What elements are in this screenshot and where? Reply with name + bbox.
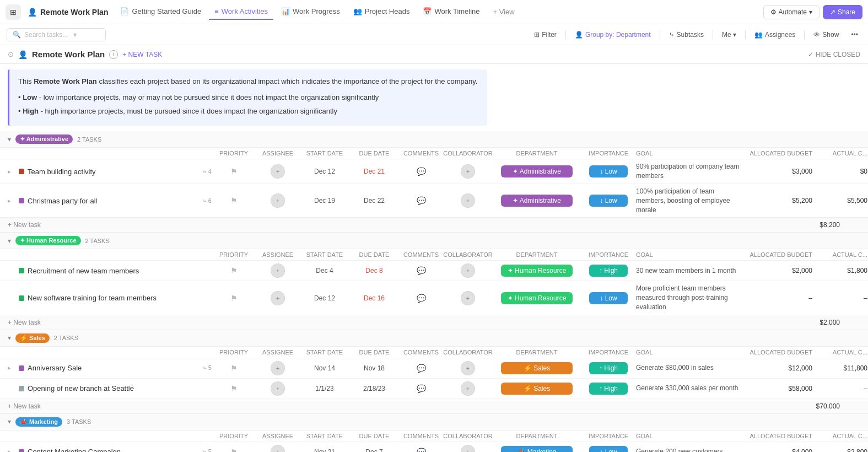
search-dropdown[interactable]: ▾ (73, 31, 77, 39)
task-comments-5[interactable]: 💬 (399, 364, 443, 373)
task-expand-7[interactable]: ▸ (8, 448, 15, 452)
group-toggle-sales[interactable] (8, 334, 11, 342)
group-administrative: ✦ Administrative 2 TASKS PRIORITY ASSIGN… (0, 131, 868, 233)
col-header-priority: PRIORITY (212, 150, 256, 157)
task-assignee-5[interactable]: + (256, 361, 300, 375)
toolbar-divider-5 (804, 30, 805, 39)
task-assignee-3[interactable]: + (256, 263, 300, 278)
col-header-start-marketing: START DATE (300, 433, 349, 439)
task-name-6[interactable]: Opening of new branch at Seattle (28, 384, 212, 392)
search-box[interactable]: 🔍 Search tasks... ▾ (7, 28, 106, 41)
me-button[interactable]: Me ▾ (719, 29, 740, 40)
share-button[interactable]: ↗ Share (823, 5, 862, 19)
task-collab-5[interactable]: + (443, 361, 493, 375)
task-dept-6: ⚡ Sales (493, 383, 581, 395)
task-name-4[interactable]: New software training for team members (28, 294, 212, 302)
col-header-goal: GOAL (636, 150, 746, 157)
group-toggle-marketing[interactable] (8, 418, 11, 426)
group-by-button[interactable]: 👤 Group by: Department (572, 29, 654, 40)
group-toggle-administrative[interactable] (8, 136, 11, 143)
automate-button[interactable]: ⚙ Automate ▾ (763, 5, 820, 19)
task-goal-6: Generate $30,000 sales per month (636, 384, 746, 393)
task-budget-4: – (746, 294, 812, 302)
new-task-button[interactable]: + NEW TASK (122, 51, 162, 58)
col-header-due-marketing: DUE DATE (349, 433, 399, 439)
app-logo[interactable]: ⊞ (6, 4, 21, 20)
task-subtask-2: ⤷ 6 (202, 197, 212, 205)
task-comments-6[interactable]: 💬 (399, 384, 443, 393)
task-assignee-6[interactable]: + (256, 381, 300, 396)
tab-work-timeline[interactable]: 📅 Work Timeline (417, 4, 485, 20)
table-row: ▸ Content Marketing Campaign ⤷ 5 ⚑ + Nov… (0, 442, 868, 452)
task-assignee-1[interactable]: + (256, 164, 300, 179)
col-headers-marketing: PRIORITY ASSIGNEE START DATE DUE DATE CO… (0, 431, 868, 442)
group-human-resource: ✦ Human Resource 2 TASKS PRIORITY ASSIGN… (0, 233, 868, 330)
assignees-button[interactable]: 👥 Assignees (751, 29, 799, 40)
add-view-button[interactable]: + View (488, 4, 520, 19)
task-priority-4[interactable]: ⚑ (212, 294, 256, 303)
task-start-7: Nov 21 (300, 448, 349, 452)
tab-work-progress[interactable]: 📊 Work Progress (276, 4, 346, 20)
task-comments-7[interactable]: 💬 (399, 448, 443, 452)
more-options-button[interactable]: ••• (848, 29, 861, 40)
task-priority-6[interactable]: ⚑ (212, 384, 256, 393)
task-priority-7[interactable]: ⚑ (212, 448, 256, 452)
task-collab-7[interactable]: + (443, 445, 493, 452)
new-task-hr[interactable]: + New task (8, 319, 212, 326)
subtasks-button[interactable]: ⤷ Subtasks (666, 29, 707, 40)
task-collab-1[interactable]: + (443, 164, 493, 179)
task-comments-4[interactable]: 💬 (399, 294, 443, 303)
task-assignee-7[interactable]: + (256, 445, 300, 452)
task-subtask-7: ⤷ 5 (202, 448, 212, 452)
show-button[interactable]: 👁 Show (810, 29, 842, 40)
task-expand-1[interactable]: ▸ (8, 168, 15, 175)
task-name-3[interactable]: Recruitment of new team members (28, 267, 212, 275)
task-priority-3[interactable]: ⚑ (212, 266, 256, 275)
avatar-4: + (271, 291, 285, 305)
task-assignee-2[interactable]: + (256, 193, 300, 208)
task-name-1[interactable]: Team building activity (28, 168, 198, 176)
task-collab-6[interactable]: + (443, 381, 493, 396)
new-task-sales[interactable]: + New task (8, 402, 212, 410)
task-dept-4: ✦ Human Resource (493, 292, 581, 304)
imp-badge-7: ↓ Low (589, 446, 628, 452)
task-color-3 (19, 268, 24, 273)
dept-badge-6: ⚡ Sales (501, 383, 573, 395)
tab-project-heads[interactable]: 👥 Project Heads (348, 4, 416, 20)
hide-closed-button[interactable]: ✓ HIDE CLOSED (808, 51, 860, 58)
tab-getting-started[interactable]: 📄 Getting Started Guide (115, 4, 207, 20)
priority-flag-5: ⚑ (230, 364, 238, 373)
project-description: This Remote Work Plan classifies each pr… (8, 69, 487, 126)
group-toggle-hr[interactable] (8, 237, 11, 245)
task-collab-3[interactable]: + (443, 263, 493, 278)
task-assignee-4[interactable]: + (256, 291, 300, 305)
project-info-icon[interactable]: i (109, 50, 118, 59)
task-start-6: 1/1/23 (300, 385, 349, 392)
task-priority-5[interactable]: ⚑ (212, 364, 256, 373)
col-header-comments: COMMENTS (399, 150, 443, 157)
task-name-5[interactable]: Anniversary Sale (28, 364, 198, 372)
task-color-4 (19, 295, 24, 301)
task-comments-1[interactable]: 💬 (399, 167, 443, 176)
task-name-7[interactable]: Content Marketing Campaign (28, 448, 198, 452)
group-task-count-marketing: 3 TASKS (67, 418, 91, 425)
task-expand-5[interactable]: ▸ (8, 364, 15, 372)
group-footer-sales: + New task $70,000 $11,800 (0, 399, 868, 414)
task-comments-2[interactable]: 💬 (399, 196, 443, 205)
project-name[interactable]: 👤 Remote Work Plan (23, 6, 112, 19)
project-collapse-toggle[interactable]: ⊙ (8, 50, 14, 58)
collab-avatar-3: + (461, 263, 475, 278)
task-priority-2[interactable]: ⚑ (212, 196, 256, 205)
task-importance-2: ↓ Low (581, 195, 636, 207)
task-expand-2[interactable]: ▸ (8, 197, 15, 205)
task-priority-1[interactable]: ⚑ (212, 167, 256, 176)
project-user-icon: 👤 (18, 50, 28, 59)
filter-button[interactable]: ⊞ Filter (531, 29, 560, 40)
task-collab-4[interactable]: + (443, 291, 493, 305)
comment-icon-4: 💬 (417, 294, 426, 303)
task-comments-3[interactable]: 💬 (399, 266, 443, 275)
new-task-administrative[interactable]: + New task (8, 221, 212, 229)
tab-work-activities[interactable]: ≡ Work Activities (209, 4, 273, 20)
task-collab-2[interactable]: + (443, 193, 493, 208)
task-name-2[interactable]: Christmas party for all (28, 197, 198, 205)
